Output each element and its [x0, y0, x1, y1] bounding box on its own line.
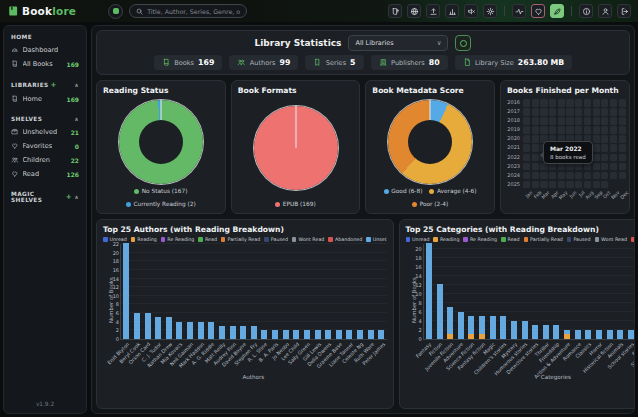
- heatmap-cell[interactable]: [532, 126, 539, 134]
- bar[interactable]: [293, 330, 299, 339]
- bar[interactable]: [490, 316, 496, 339]
- heatmap-cell[interactable]: [540, 181, 547, 189]
- heatmap-cell[interactable]: [566, 126, 573, 134]
- bar[interactable]: [378, 330, 384, 339]
- chevron-up-icon[interactable]: ∧: [74, 116, 79, 122]
- pie-chart[interactable]: [254, 106, 338, 190]
- heatmap-cell[interactable]: [575, 126, 582, 134]
- heatmap-cell[interactable]: [532, 172, 539, 180]
- bar[interactable]: [458, 312, 464, 339]
- heatmap-cell[interactable]: [549, 172, 556, 180]
- sidebar-item-home[interactable]: Home169: [8, 92, 82, 106]
- heatmap-cell[interactable]: [619, 135, 626, 143]
- heatmap-cell[interactable]: [532, 163, 539, 171]
- heatmap-cell[interactable]: [558, 117, 565, 125]
- bar[interactable]: [553, 325, 559, 339]
- bar[interactable]: [283, 330, 289, 339]
- bar[interactable]: [219, 326, 225, 339]
- bar[interactable]: [134, 313, 140, 339]
- metadata-globe-button[interactable]: [407, 4, 421, 18]
- refresh-stats-button[interactable]: [455, 35, 471, 51]
- heatmap-cell[interactable]: [619, 117, 626, 125]
- heatmap-cell[interactable]: [610, 144, 617, 152]
- legend-item[interactable]: EPUB (169): [275, 201, 315, 207]
- favorites-heart-button[interactable]: [531, 4, 545, 18]
- heatmap-cell[interactable]: [610, 99, 617, 107]
- heatmap-cell[interactable]: [532, 144, 539, 152]
- heatmap-cell[interactable]: [584, 99, 591, 107]
- heatmap-cell[interactable]: [610, 108, 617, 116]
- legend-item[interactable]: Reading: [131, 237, 157, 242]
- heatmap-cell[interactable]: [523, 126, 530, 134]
- heatmap-cell[interactable]: [532, 108, 539, 116]
- bar[interactable]: [166, 317, 172, 339]
- heatmap-cell[interactable]: [593, 99, 600, 107]
- sidebar-section-libraries[interactable]: LIBRARIES+∧: [8, 78, 82, 92]
- bar[interactable]: [315, 330, 321, 339]
- heatmap-cell[interactable]: [593, 117, 600, 125]
- heatmap-cell[interactable]: [584, 172, 591, 180]
- sidebar-item-dashboard[interactable]: Dashboard: [8, 43, 82, 57]
- bar[interactable]: [468, 316, 474, 339]
- chevron-up-icon[interactable]: ∧: [74, 82, 79, 88]
- heatmap-cell[interactable]: [584, 126, 591, 134]
- bar[interactable]: [564, 330, 570, 339]
- heatmap-cell[interactable]: [619, 99, 626, 107]
- heatmap-cell[interactable]: [593, 135, 600, 143]
- heatmap-cell[interactable]: [566, 108, 573, 116]
- legend-item[interactable]: Partially Read: [221, 237, 260, 242]
- heatmap-cell[interactable]: [601, 144, 608, 152]
- heatmap-cell[interactable]: [593, 163, 600, 171]
- heatmap-cell[interactable]: [558, 181, 565, 189]
- heatmap-cell[interactable]: [549, 108, 556, 116]
- sidebar-item-children[interactable]: Children22: [8, 153, 82, 167]
- heatmap-cell[interactable]: [619, 144, 626, 152]
- heatmap-cell[interactable]: [532, 99, 539, 107]
- heatmap-cell[interactable]: [532, 135, 539, 143]
- heatmap-cell[interactable]: [593, 154, 600, 162]
- heatmap-cell[interactable]: [549, 126, 556, 134]
- bar[interactable]: [500, 316, 506, 339]
- sidebar-section-shelves[interactable]: SHELVES∧: [8, 113, 82, 125]
- heatmap-cell[interactable]: [593, 126, 600, 134]
- legend-item[interactable]: Average (4-6): [429, 188, 476, 194]
- bar[interactable]: [368, 330, 374, 339]
- legend-item[interactable]: Poor (2-4): [412, 201, 448, 207]
- sidebar-section-magic-shelves[interactable]: MAGIC SHELVES+∧: [8, 188, 82, 206]
- heatmap-cell[interactable]: [601, 154, 608, 162]
- legend-item[interactable]: Wont Read: [595, 237, 627, 242]
- legend-item[interactable]: Good (6-8): [384, 188, 423, 194]
- heatmap-cell[interactable]: [549, 181, 556, 189]
- sidebar-item-unshelved[interactable]: Unshelved21: [8, 125, 82, 139]
- sidebar-item-all-books[interactable]: All Books169: [8, 57, 82, 71]
- heatmap-cell[interactable]: [540, 108, 547, 116]
- bar[interactable]: [628, 330, 634, 339]
- heatmap-cell[interactable]: [549, 99, 556, 107]
- heatmap-cell[interactable]: [610, 154, 617, 162]
- bar[interactable]: [607, 330, 613, 339]
- bar[interactable]: [304, 330, 310, 339]
- sidebar-item-favorites[interactable]: Favorites0: [8, 139, 82, 153]
- heatmap-cell[interactable]: [619, 172, 626, 180]
- heatmap-cell[interactable]: [566, 181, 573, 189]
- bar[interactable]: [437, 284, 443, 339]
- heatmap-cell[interactable]: [523, 108, 530, 116]
- heatmap-cell[interactable]: [593, 108, 600, 116]
- bar[interactable]: [585, 330, 591, 339]
- sidebar-section-home[interactable]: HOME: [8, 31, 82, 43]
- legend-item[interactable]: No Status (167): [134, 188, 187, 194]
- bar[interactable]: [261, 330, 267, 339]
- heatmap-cell[interactable]: [601, 117, 608, 125]
- legend-item[interactable]: Abandoned: [328, 237, 362, 242]
- heatmap-cell[interactable]: [584, 181, 591, 189]
- heatmap-cell[interactable]: [523, 144, 530, 152]
- heatmap-cell[interactable]: [558, 108, 565, 116]
- bar[interactable]: [346, 330, 352, 339]
- heatmap-cell[interactable]: [575, 172, 582, 180]
- heatmap-cell[interactable]: [523, 154, 530, 162]
- legend-item[interactable]: Paused: [567, 237, 591, 242]
- heatmap-cell[interactable]: [601, 135, 608, 143]
- heatmap-cell[interactable]: [566, 99, 573, 107]
- heatmap-cell[interactable]: [558, 172, 565, 180]
- bar[interactable]: [198, 322, 204, 339]
